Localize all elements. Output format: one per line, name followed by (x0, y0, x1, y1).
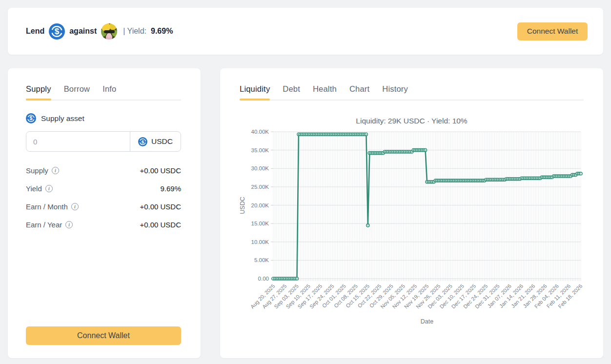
market-info-tabs: Liquidity Debt Health Chart History (240, 84, 584, 101)
svg-text:15.00K: 15.00K (251, 221, 269, 226)
chart-title: Liquidity: 29K USDC · Yield: 10% (240, 117, 584, 125)
tab-history[interactable]: History (382, 84, 408, 94)
collateral-token-avatar (101, 23, 117, 40)
connect-wallet-button-panel[interactable]: Connect Wallet (26, 326, 181, 345)
usdc-icon: $ (49, 23, 65, 40)
supply-asset-header: $ Supply asset (26, 113, 181, 123)
supply-amount-input[interactable] (26, 132, 130, 151)
tab-borrow[interactable]: Borrow (64, 84, 90, 94)
asset-select-label: USDC (151, 137, 173, 146)
avatar-chin (107, 33, 111, 38)
svg-text:USDC: USDC (240, 197, 246, 214)
svg-text:40.00K: 40.00K (251, 129, 269, 135)
svg-text:35.00K: 35.00K (251, 147, 269, 153)
svg-text:20.00K: 20.00K (251, 202, 269, 208)
info-icon[interactable]: i (52, 167, 59, 174)
tab-liquidity[interactable]: Liquidity (240, 84, 270, 94)
svg-text:30.00K: 30.00K (251, 165, 269, 171)
against-label: against (69, 27, 97, 36)
header-bar: Lend $ against | Yield: 9.69% Connect Wa… (8, 8, 603, 55)
earn-month-row-value: +0.00 USDC (140, 202, 181, 211)
svg-text:0.00: 0.00 (258, 276, 269, 282)
yield-label: | Yield: (123, 27, 146, 36)
liquidity-chart[interactable]: 0.005.00K10.00K15.00K20.00K25.00K30.00K3… (240, 127, 584, 330)
svg-text:Date: Date (421, 318, 433, 325)
connect-wallet-button-header[interactable]: Connect Wallet (517, 22, 588, 40)
supply-amount-group: $ USDC (26, 131, 181, 152)
detail-row-earn-year: Earn / Yeari +0.00 USDC (26, 216, 181, 234)
detail-row-earn-month: Earn / Monthi +0.00 USDC (26, 198, 181, 216)
lend-label: Lend (26, 27, 44, 36)
usdc-icon: $ (138, 137, 147, 146)
info-icon[interactable]: i (45, 185, 53, 192)
supply-row-label: Supply (26, 166, 48, 175)
tab-health[interactable]: Health (313, 84, 337, 94)
info-icon[interactable]: i (65, 221, 73, 228)
info-icon[interactable]: i (71, 203, 79, 210)
yield-row-label: Yield (26, 184, 42, 193)
earn-year-row-value: +0.00 USDC (140, 221, 181, 229)
svg-text:$: $ (29, 115, 32, 121)
tab-chart[interactable]: Chart (349, 84, 369, 94)
detail-row-yield: Yieldi 9.69% (26, 180, 181, 198)
yield-row-value: 9.69% (160, 184, 181, 193)
usdc-icon: $ (26, 113, 36, 123)
tab-debt[interactable]: Debt (283, 84, 300, 94)
svg-text:$: $ (55, 26, 60, 36)
svg-text:5.00K: 5.00K (254, 257, 269, 263)
yield-value: 9.69% (151, 27, 173, 36)
asset-select[interactable]: $ USDC (130, 132, 181, 151)
svg-text:$: $ (142, 139, 144, 144)
market-info-panel: Liquidity Debt Health Chart History Liqu… (220, 68, 603, 358)
tab-info[interactable]: Info (102, 84, 116, 94)
supply-asset-label: Supply asset (41, 114, 84, 123)
tab-supply[interactable]: Supply (26, 84, 51, 94)
svg-text:25.00K: 25.00K (251, 184, 269, 190)
supply-panel: Supply Borrow Info $ Supply asset $ USDC… (8, 68, 201, 358)
market-summary: Lend $ against | Yield: 9.69% (26, 23, 173, 40)
detail-row-supply: Supplyi +0.00 USDC (26, 162, 181, 180)
avatar-glasses (104, 30, 115, 33)
svg-text:10.00K: 10.00K (251, 239, 269, 245)
earn-month-row-label: Earn / Month (26, 202, 68, 211)
earn-year-row-label: Earn / Year (26, 221, 62, 229)
supply-row-value: +0.00 USDC (140, 166, 181, 175)
supply-details: Supplyi +0.00 USDC Yieldi 9.69% Earn / M… (26, 162, 181, 234)
supply-panel-tabs: Supply Borrow Info (26, 84, 181, 101)
